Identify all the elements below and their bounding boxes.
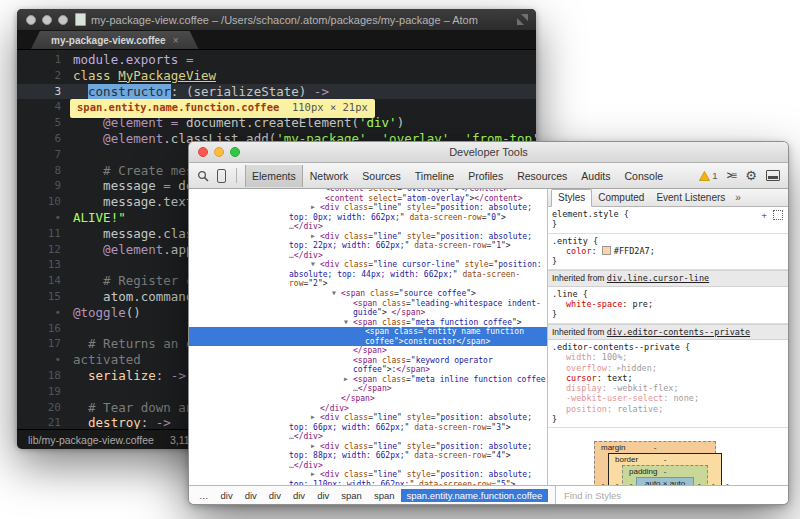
expand-arrow-icon[interactable]: ▶	[311, 203, 320, 213]
metrics-content-box[interactable]: auto × auto	[636, 477, 694, 485]
expand-arrow-icon[interactable]: ▶	[344, 375, 353, 385]
devtools-tab-console[interactable]: Console	[618, 165, 671, 187]
styles-tabs-overflow-icon[interactable]: »	[731, 190, 745, 205]
css-property[interactable]: color: #FFD2A7;	[552, 246, 784, 256]
devtools-tab-audits[interactable]: Audits	[574, 165, 617, 187]
devtools-tab-network[interactable]: Network	[303, 165, 356, 187]
tab-close-icon[interactable]: ×	[173, 35, 179, 46]
dom-tree-row[interactable]: row="2">	[189, 279, 547, 289]
warnings-badge[interactable]: 1	[699, 170, 717, 181]
search-icon[interactable]	[197, 170, 209, 182]
dom-tree-row[interactable]: …</div>	[189, 461, 547, 471]
dom-tree-row[interactable]: top: 66px; width: 662px;" data-screen-ro…	[189, 423, 547, 433]
dom-tree-row[interactable]: ▼<span class="meta function coffee">	[189, 318, 547, 328]
dom-tree-row[interactable]: …</span>	[189, 384, 547, 394]
css-property[interactable]: display: -webkit-flex;	[552, 383, 784, 393]
devtools-tab-timeline[interactable]: Timeline	[408, 165, 461, 187]
metrics-margin-ring[interactable]: margin--border--padding--auto × auto----…	[594, 441, 716, 485]
elements-tree-panel[interactable]: <content select="overlayer"></content><c…	[189, 189, 548, 485]
css-property[interactable]: overflow: ▶hidden;	[552, 363, 784, 373]
code-row[interactable]: 1module.exports =	[17, 52, 536, 68]
close-button[interactable]	[26, 15, 36, 25]
collapse-arrow-icon[interactable]: ▼	[332, 289, 341, 299]
fullscreen-icon[interactable]	[517, 14, 528, 25]
metrics-border-ring[interactable]: border--padding--auto × auto----	[608, 453, 722, 485]
code-row[interactable]: 2class MyPackageView	[17, 68, 536, 84]
dom-tree-row[interactable]: top: 22px; width: 662px;" data-screen-ro…	[189, 241, 547, 251]
expand-arrow-icon[interactable]: ▶	[311, 232, 320, 242]
dom-tree-row[interactable]: coffee">constructor</span>	[189, 337, 547, 347]
dom-tree-row[interactable]: ▶<div class="line" style="position: abso…	[189, 232, 547, 242]
device-mode-icon[interactable]	[217, 169, 226, 183]
console-drawer-icon[interactable]: >≡	[727, 170, 737, 181]
code-row[interactable]: 3 constructor: (serializeState) ->	[17, 84, 536, 100]
dom-tree-row[interactable]: absolute; top: 44px; width: 662px;" data…	[189, 270, 547, 280]
collapse-arrow-icon[interactable]: ▼	[311, 260, 320, 270]
expand-arrow-icon[interactable]: ▶	[311, 442, 320, 452]
dom-tree-row[interactable]: …</div>	[189, 432, 547, 442]
dom-tree-row[interactable]: </div>	[189, 404, 547, 414]
devtools-tab-resources[interactable]: Resources	[510, 165, 574, 187]
css-property[interactable]: white-space: pre;	[552, 299, 784, 309]
devtools-tab-elements[interactable]: Elements	[245, 165, 303, 187]
breadcrumb-item[interactable]: div	[215, 489, 239, 502]
styles-tab-computed[interactable]: Computed	[592, 190, 650, 205]
dom-tree-row[interactable]: ▼<div class="line cursor-line" style="po…	[189, 260, 547, 270]
styles-tab-event-listeners[interactable]: Event Listeners	[650, 190, 731, 205]
close-button[interactable]	[198, 147, 208, 157]
dom-tree-row[interactable]: …</div>	[189, 251, 547, 261]
dom-tree-row[interactable]: ▼<span class="source coffee">	[189, 289, 547, 299]
dom-tree-row[interactable]: <span class="leading-whitespace indent-	[189, 299, 547, 309]
style-rule[interactable]: .entity {color: #FFD2A7;}	[548, 234, 788, 271]
dom-tree-row[interactable]: …</div>	[189, 222, 547, 232]
devtools-titlebar[interactable]: Developer Tools	[189, 142, 788, 163]
dom-tree-row[interactable]: <span class="entity name function	[189, 327, 547, 337]
devtools-tab-sources[interactable]: Sources	[355, 165, 408, 187]
collapse-arrow-icon[interactable]: ▼	[344, 318, 353, 328]
dom-tree-row[interactable]: ▶<div class="line" style="position: abso…	[189, 413, 547, 423]
dom-tree-row[interactable]: </span>	[189, 394, 547, 404]
style-rule[interactable]: +element.style {}	[548, 207, 788, 234]
devtools-tab-profiles[interactable]: Profiles	[461, 165, 510, 187]
styles-rules-list[interactable]: +element.style {}.entity {color: #FFD2A7…	[548, 207, 788, 485]
breadcrumb-item[interactable]: div	[287, 489, 311, 502]
dom-tree-row[interactable]: top: 88px; width: 662px;" data-screen-ro…	[189, 451, 547, 461]
dom-tree-row[interactable]: ▶<div class="line" style="position: abso…	[189, 203, 547, 213]
inherited-node-link[interactable]: div.line.cursor-line	[607, 273, 709, 283]
css-property[interactable]: cursor: text;	[552, 373, 784, 383]
breadcrumb-item-selected[interactable]: span.entity.name.function.coffee	[401, 489, 549, 502]
dom-tree-row[interactable]: <span class="keyword operator	[189, 356, 547, 366]
zoom-button[interactable]	[58, 15, 68, 25]
inherited-node-link[interactable]: div.editor-contents--private	[607, 327, 750, 337]
dom-tree-row[interactable]: coffee">:</span>	[189, 365, 547, 375]
minimize-button[interactable]	[214, 147, 224, 157]
breadcrumb-item[interactable]: span	[368, 489, 401, 502]
breadcrumb-item[interactable]: span	[335, 489, 368, 502]
dom-tree-row[interactable]: <content select="atom-overlay"></content…	[189, 194, 547, 204]
tab-my-package-view[interactable]: my-package-view.coffee ×	[31, 31, 199, 49]
breadcrumb-item[interactable]: div	[263, 489, 287, 502]
style-rule[interactable]: .line {white-space: pre;}	[548, 287, 788, 324]
new-style-rule-icon[interactable]: +	[762, 210, 767, 220]
style-rule[interactable]: .editor-contents--private {width: 100%;o…	[548, 340, 788, 428]
dock-side-icon[interactable]	[766, 170, 780, 181]
dom-tree-row[interactable]: top: 0px; width: 662px;" data-screen-row…	[189, 213, 547, 223]
dom-tree-row[interactable]: ▶<span class="meta inline function coffe…	[189, 375, 547, 385]
find-in-styles-input[interactable]: Find in Styles	[556, 486, 788, 504]
element-state-icon[interactable]	[773, 210, 783, 220]
breadcrumb-item[interactable]: …	[193, 489, 215, 502]
dom-tree-row[interactable]: guide"> </span>	[189, 308, 547, 318]
breadcrumb-item[interactable]: div	[311, 489, 335, 502]
atom-titlebar[interactable]: my-package-view.coffee – /Users/schacon/…	[17, 9, 536, 31]
settings-gear-icon[interactable]: ⚙	[745, 169, 757, 182]
minimize-button[interactable]	[42, 15, 52, 25]
metrics-padding-ring[interactable]: padding--auto × auto--	[622, 465, 708, 485]
dom-tree-row[interactable]: ▶<div class="line" style="position: abso…	[189, 442, 547, 452]
zoom-button[interactable]	[230, 147, 240, 157]
color-swatch[interactable]	[602, 246, 611, 255]
css-property[interactable]: width: 100%;	[552, 352, 784, 362]
expand-arrow-icon[interactable]: ▶	[311, 413, 320, 423]
styles-tab-styles[interactable]: Styles	[551, 189, 592, 207]
dom-tree-row[interactable]: top: 110px; width: 662px;" data-screen-r…	[189, 480, 547, 485]
dom-tree-row[interactable]: </span>	[189, 346, 547, 356]
